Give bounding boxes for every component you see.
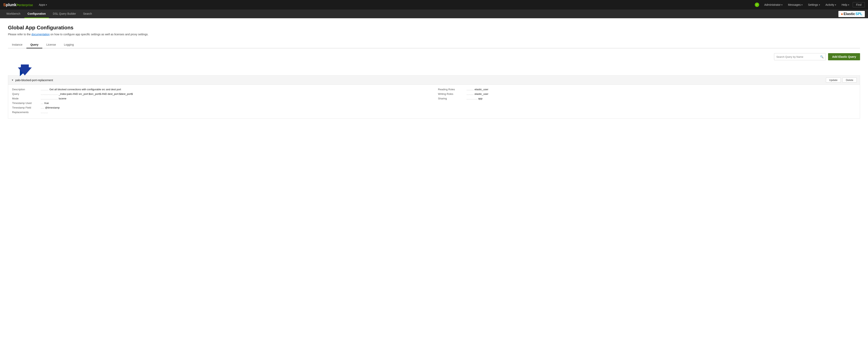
help-caret-icon: ▾ — [848, 4, 849, 6]
documentation-link[interactable]: documentation — [31, 33, 50, 36]
logo-plunk: plunk — [6, 3, 16, 7]
query-toolbar: 🔍 Add Elastic Query — [8, 53, 860, 60]
elasticspl-logo: ● ElasticSPL — [838, 11, 865, 17]
search-icon: 🔍 — [820, 55, 824, 58]
detail-replacements: Replacements .......... — [12, 111, 430, 114]
tab-query[interactable]: Query — [26, 41, 42, 48]
splunk-logo[interactable]: Splunk>enterprise — [3, 3, 33, 7]
search-query-container[interactable]: 🔍 — [774, 53, 826, 60]
status-indicator: ✓ — [755, 3, 759, 7]
query-row: ▼ palo-blocked-port-replacement Update D… — [8, 75, 860, 85]
tab-instance[interactable]: Instance — [8, 41, 26, 48]
tab-license[interactable]: License — [42, 41, 60, 48]
query-details-left: Description ........... Get all blocked … — [12, 88, 430, 115]
query-details: Description ........... Get all blocked … — [8, 85, 860, 119]
logo-dot-icon: ● — [841, 12, 843, 16]
help-menu[interactable]: Help ▾ — [840, 0, 851, 9]
delete-button[interactable]: Delete — [842, 77, 857, 82]
search-nav-item[interactable]: Search — [80, 9, 95, 18]
detail-query: Query ........................ _index:pa… — [12, 93, 430, 96]
find-button[interactable]: Find — [853, 2, 865, 7]
settings-menu[interactable]: Settings ▾ — [806, 0, 822, 9]
logo-spl-text: SPL — [856, 12, 862, 16]
arrow-container — [8, 64, 860, 75]
logo-s: S — [3, 3, 6, 7]
workbench-nav-item[interactable]: Workbench — [3, 9, 24, 18]
query-name: palo-blocked-port-replacement — [15, 78, 53, 82]
arrow-pointer-icon — [18, 64, 34, 77]
apps-menu[interactable]: Apps ▾ — [37, 0, 49, 9]
detail-reading-roles: Reading Roles .......... elastic_user — [438, 88, 856, 91]
logo-gt: > — [17, 3, 19, 7]
chevron-down-icon[interactable]: ▼ — [11, 79, 14, 81]
activity-caret-icon: ▾ — [835, 4, 836, 6]
detail-timestamp-used: Timestamp Used .... true — [12, 102, 430, 105]
messages-menu[interactable]: Messages ▾ — [786, 0, 804, 9]
messages-caret-icon: ▾ — [802, 4, 802, 6]
detail-writing-roles: Writing Roles .......... elastic_user — [438, 93, 856, 96]
update-button[interactable]: Update — [826, 77, 841, 82]
admin-caret-icon: ▾ — [781, 4, 782, 6]
configuration-nav-item[interactable]: Configuration — [25, 9, 49, 18]
page-title: Global App Configurations — [8, 25, 860, 31]
tabs-bar: Instance Query License Logging — [8, 41, 860, 48]
query-row-left: ▼ palo-blocked-port-replacement — [11, 78, 53, 82]
detail-mode: Mode ........................ lucene — [12, 97, 430, 100]
settings-caret-icon: ▾ — [819, 4, 820, 6]
logo-elastic-text: Elastic — [843, 12, 855, 16]
detail-description: Description ........... Get all blocked … — [12, 88, 430, 91]
add-elastic-query-button[interactable]: Add Elastic Query — [828, 53, 860, 60]
detail-sharing: Sharing ............... app — [438, 97, 856, 100]
secondary-navigation: Workbench Configuration DSL Query Builde… — [0, 9, 868, 18]
page-description: Please refer to the documentation on how… — [8, 33, 860, 36]
dsl-query-builder-nav-item[interactable]: DSL Query Builder — [50, 9, 79, 18]
apps-caret-icon: ▾ — [46, 4, 47, 6]
query-details-right: Reading Roles .......... elastic_user Wr… — [438, 88, 856, 115]
logo-enterprise: enterprise — [19, 3, 33, 7]
administrator-menu[interactable]: Administrator ▾ — [762, 0, 784, 9]
main-content: Global App Configurations Please refer t… — [0, 18, 868, 125]
top-navigation: Splunk>enterprise Apps ▾ ✓ Administrator… — [0, 0, 868, 9]
query-row-actions: Update Delete — [826, 77, 857, 82]
tab-logging[interactable]: Logging — [60, 41, 78, 48]
search-query-input[interactable] — [776, 55, 820, 58]
activity-menu[interactable]: Activity ▾ — [824, 0, 838, 9]
detail-timestamp-field: Timestamp Field ..... @timestamp — [12, 106, 430, 109]
